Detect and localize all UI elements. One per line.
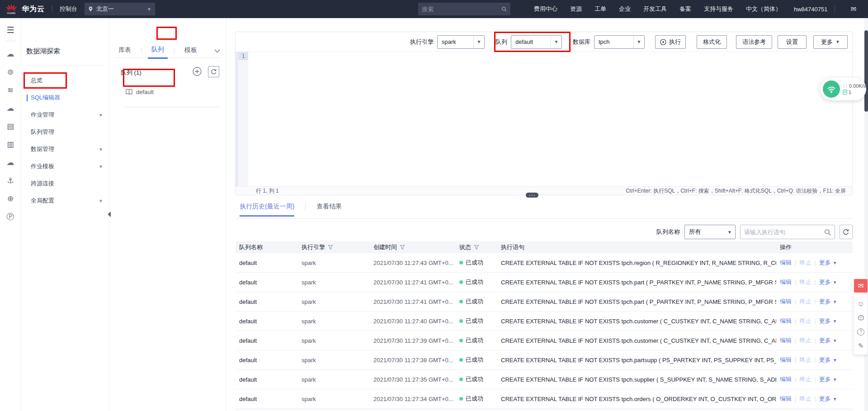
statement-search[interactable] [740,225,835,239]
search-icon[interactable] [501,6,507,12]
more-link[interactable]: 更多 [819,298,831,305]
settings-button[interactable]: 设置 [778,35,807,49]
data-streams-icon[interactable]: ≋ [0,81,21,99]
global-search-input[interactable] [422,6,501,13]
nav-link-enterprise[interactable]: 企业 [619,5,631,13]
edit-link[interactable]: 编辑 [780,376,792,383]
region-selector[interactable]: 北京一 ▼ [85,3,155,15]
tab-view-result[interactable]: 查看结果 [316,203,342,215]
search-icon[interactable] [824,229,831,236]
filter-funnel-icon[interactable] [328,245,333,250]
edit-link[interactable]: 编辑 [780,259,792,266]
chevron-down-icon[interactable] [214,47,220,55]
more-link[interactable]: 更多 [819,317,831,324]
sidebar-item-queue-management[interactable]: 队列管理 [21,123,109,141]
terminate-link[interactable]: 终止 [799,317,811,324]
nav-link-language[interactable]: 中文（简体） [746,5,781,13]
edit-link[interactable]: 编辑 [780,356,792,363]
edit-link[interactable]: 编辑 [780,317,792,324]
terminate-link[interactable]: 终止 [799,376,811,383]
suggestion-pencil-icon[interactable]: ✎ [854,339,868,353]
cloud-sync-icon[interactable]: ☁ [0,153,21,171]
refresh-history-button[interactable] [840,225,853,239]
sidebar-item-sql-editor[interactable]: SQL编辑器 [21,89,109,106]
table-row[interactable]: default spark 2021/07/30 11:27:35 GMT+0.… [236,370,853,389]
table-row[interactable]: default spark 2021/07/30 11:27:39 GMT+0.… [236,331,853,350]
notebook-icon[interactable]: ▤ [0,117,21,135]
edit-link[interactable]: 编辑 [780,279,792,285]
terminate-link[interactable]: 终止 [799,395,811,402]
nav-link-devtools[interactable]: 开发工具 [643,5,667,13]
tab-queues[interactable]: 队列 [148,46,168,59]
documents-icon[interactable]: ▥ [0,135,21,153]
edit-link[interactable]: 编辑 [780,395,792,402]
more-link[interactable]: 更多 [819,259,831,266]
cloud-server-icon[interactable]: ☁ [0,99,21,117]
filter-funnel-icon[interactable] [400,245,405,250]
splitter-drag-handle[interactable] [526,193,538,198]
terminate-link[interactable]: 终止 [799,259,811,266]
help-question-icon[interactable]: ? [854,325,868,339]
sidebar-item-overview[interactable]: 总览 [21,72,109,89]
nav-link-tickets[interactable]: 工单 [594,5,606,13]
edit-link[interactable]: 编辑 [780,337,792,344]
sidebar-item-data-management[interactable]: 数据管理 ▼ [21,141,109,158]
refresh-queues-button[interactable] [208,66,219,77]
table-row[interactable]: default spark 2021/07/30 11:27:43 GMT+0.… [236,253,853,273]
messages-envelope-icon[interactable]: ✉ [850,5,856,13]
statement-search-input[interactable] [744,229,824,236]
network-speed-widget[interactable]: ↓↑ 0.00K/s 1 [820,78,866,100]
table-row[interactable]: default spark 2021/07/30 11:27:41 GMT+0.… [236,273,853,292]
terminate-link[interactable]: 终止 [799,337,811,344]
anchor-icon[interactable]: ⚓ [0,171,21,189]
scrollbar-thumb[interactable] [864,30,868,112]
tab-tables[interactable]: 库表 [115,46,135,58]
global-search[interactable] [418,3,510,15]
add-queue-button[interactable] [192,66,202,76]
format-button[interactable]: 格式化 [697,35,727,49]
nav-link-account[interactable]: hw84740751 [794,6,827,13]
terminate-link[interactable]: 终止 [799,298,811,305]
engine-select[interactable]: spark ▼ [437,35,485,49]
sidebar-item-job-management[interactable]: 作业管理 ▼ [21,106,109,123]
sidebar-item-datasource-connections[interactable]: 跨源连接 [21,175,109,192]
tab-execution-history[interactable]: 执行历史(最近一周) [240,203,294,217]
parking-icon[interactable]: Ⓟ [0,208,21,226]
queue-name-filter-select[interactable]: 所有 ▼ [684,225,736,239]
table-row[interactable]: default spark 2021/07/30 11:27:34 GMT+0.… [236,389,853,409]
queue-select[interactable]: default ▼ [511,35,562,49]
table-row[interactable]: default spark 2021/07/30 11:27:38 GMT+0.… [236,350,853,370]
nav-link-support[interactable]: 支持与服务 [704,5,733,13]
console-link[interactable]: 控制台 [60,5,77,13]
nav-link-resources[interactable]: 资源 [570,5,582,13]
tab-templates[interactable]: 模板 [181,46,201,58]
collapse-panel-handle[interactable] [106,209,112,220]
feedback-mail-button[interactable]: ✉ [854,279,868,293]
edit-link[interactable]: 编辑 [780,298,792,305]
assistant-robot-icon[interactable] [854,311,868,325]
filter-funnel-icon[interactable] [474,245,479,250]
more-link[interactable]: 更多 [819,376,831,383]
consult-smiley-icon[interactable]: ☺ [854,297,868,311]
more-link[interactable]: 更多 [819,395,831,402]
table-row[interactable]: default spark 2021/07/30 11:27:40 GMT+0.… [236,312,853,331]
globe-icon[interactable]: ⊕ [0,189,21,208]
more-link[interactable]: 更多 [819,279,831,285]
sidebar-item-job-templates[interactable]: 作业模板 ▼ [21,158,109,175]
nav-link-icp[interactable]: 备案 [679,5,691,13]
more-link[interactable]: 更多 [819,337,831,344]
overview-cloud-icon[interactable]: ☁ [0,45,21,63]
hamburger-menu-icon[interactable]: ☰ [0,21,21,39]
terminate-link[interactable]: 终止 [799,279,811,285]
brand-name[interactable]: 华为云 [22,5,45,14]
syntax-reference-button[interactable]: 语法参考 [736,35,772,49]
queue-item-default[interactable]: default [125,89,154,95]
execute-button[interactable]: 执行 [655,35,686,49]
huawei-logo[interactable]: HUAWEI [5,3,18,15]
more-link[interactable]: 更多 [819,356,831,363]
wifi-icon[interactable] [823,80,840,98]
table-row[interactable]: default spark 2021/07/30 11:27:41 GMT+0.… [236,292,853,312]
more-button[interactable]: 更多 ▼ [813,35,848,49]
user-group-icon[interactable]: ⊚ [0,63,21,81]
nav-link-billing[interactable]: 费用中心 [534,5,557,13]
